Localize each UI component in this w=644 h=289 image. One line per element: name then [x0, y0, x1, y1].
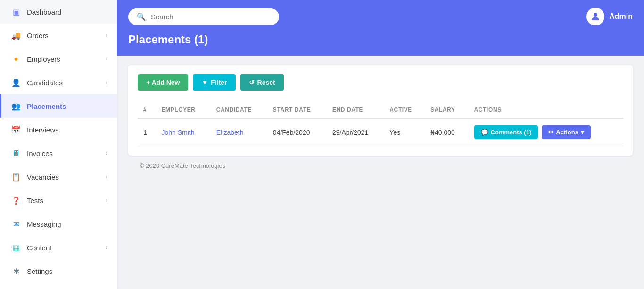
sidebar-label-candidates: Candidates	[27, 79, 63, 87]
scissors-icon: ✂	[548, 129, 553, 136]
chevron-right-icon: ›	[106, 79, 107, 86]
sidebar-label-interviews: Interviews	[27, 126, 59, 134]
col-header-salary: SALARY	[425, 102, 469, 118]
candidate-link[interactable]: Elizabeth	[216, 129, 244, 136]
sidebar-label-orders: Orders	[27, 32, 49, 40]
chevron-right-icon: ›	[106, 56, 107, 62]
sidebar-item-content[interactable]: ▦ Content ›	[0, 236, 117, 259]
orders-icon: 🚚	[11, 30, 21, 41]
col-header-#: #	[138, 102, 156, 118]
content-icon: ▦	[11, 242, 21, 253]
sidebar-item-vacancies[interactable]: 📋 Vacancies ›	[0, 165, 117, 189]
page-title-bar: Placements (1)	[117, 33, 644, 56]
reset-label: Reset	[257, 79, 275, 86]
active-cell: Yes	[384, 118, 425, 146]
comments-label: Comments (1)	[491, 129, 532, 136]
employer-cell: John Smith	[156, 118, 210, 146]
col-header-employer: EMPLOYER	[156, 102, 210, 118]
reset-icon: ↺	[249, 79, 255, 86]
action-buttons: 💬 Comments (1) ✂ Actions ▾	[474, 125, 618, 139]
salary-cell: ₦40,000	[425, 118, 469, 146]
col-header-start-date: START DATE	[267, 102, 327, 118]
table-header: #EMPLOYERCANDIDATESTART DATEEND DATEACTI…	[138, 102, 623, 118]
sidebar-item-interviews[interactable]: 📅 Interviews	[0, 118, 117, 141]
page-title: Placements (1)	[128, 33, 633, 46]
employers-icon: ●	[11, 54, 21, 64]
search-icon: 🔍	[137, 12, 146, 21]
col-header-actions: ACTIONS	[469, 102, 623, 118]
copyright-text: © 2020 CareMate Technologies	[140, 162, 225, 169]
actions-cell: 💬 Comments (1) ✂ Actions ▾	[469, 118, 623, 146]
comments-button[interactable]: 💬 Comments (1)	[474, 125, 538, 139]
chevron-down-icon: ▾	[581, 129, 584, 136]
sidebar-item-employers[interactable]: ● Employers ›	[0, 47, 117, 71]
settings-icon: ✱	[11, 266, 21, 276]
admin-avatar	[586, 8, 604, 25]
sidebar-label-employers: Employers	[27, 55, 60, 63]
sidebar-label-messaging: Messaging	[27, 220, 61, 228]
table-row: 1 John Smith Elizabeth 04/Feb/2020 29/Ap…	[138, 118, 623, 146]
sidebar-label-vacancies: Vacancies	[27, 173, 59, 181]
dashboard-icon: ▣	[11, 7, 21, 17]
chevron-right-icon: ›	[106, 150, 107, 157]
footer: © 2020 CareMate Technologies	[128, 156, 633, 176]
reset-button[interactable]: ↺ Reset	[240, 74, 284, 91]
chevron-right-icon: ›	[106, 197, 107, 204]
sidebar-item-orders[interactable]: 🚚 Orders ›	[0, 24, 117, 47]
row-num: 1	[138, 118, 156, 146]
filter-label: Filter	[211, 79, 227, 86]
sidebar-item-dashboard[interactable]: ▣ Dashboard	[0, 0, 117, 24]
col-header-end-date: END DATE	[327, 102, 384, 118]
messaging-icon: ✉	[11, 219, 21, 229]
start-date-cell: 04/Feb/2020	[267, 118, 327, 146]
search-box[interactable]: 🔍	[128, 8, 279, 25]
sidebar-label-content: Content	[27, 244, 52, 252]
sidebar-item-invoices[interactable]: 🖥 Invoices ›	[0, 141, 117, 165]
comment-icon: 💬	[481, 129, 488, 136]
placements-icon: 👥	[11, 101, 21, 111]
toolbar: + Add New ▼ Filter ↺ Reset	[138, 74, 623, 91]
sidebar-item-candidates[interactable]: 👤 Candidates ›	[0, 71, 117, 94]
sidebar-item-messaging[interactable]: ✉ Messaging	[0, 212, 117, 236]
sidebar-item-tests[interactable]: ❓ Tests ›	[0, 189, 117, 212]
header: 🔍 Admin	[117, 0, 644, 33]
tests-icon: ❓	[11, 195, 21, 206]
chevron-right-icon: ›	[106, 32, 107, 39]
actions-label: Actions	[556, 129, 578, 136]
sidebar-label-invoices: Invoices	[27, 149, 53, 157]
sidebar-item-settings[interactable]: ✱ Settings	[0, 259, 117, 283]
interviews-icon: 📅	[11, 124, 21, 135]
admin-name: Admin	[609, 12, 633, 21]
admin-area: Admin	[586, 8, 633, 25]
sidebar-item-placements[interactable]: 👥 Placements	[0, 94, 117, 118]
sidebar-label-tests: Tests	[27, 197, 43, 205]
main-card: + Add New ▼ Filter ↺ Reset #EMPLOYERCAND…	[128, 65, 633, 156]
sidebar-label-placements: Placements	[27, 102, 66, 110]
chevron-right-icon: ›	[106, 244, 107, 251]
table-body: 1 John Smith Elizabeth 04/Feb/2020 29/Ap…	[138, 118, 623, 146]
add-new-button[interactable]: + Add New	[138, 74, 188, 91]
chevron-right-icon: ›	[106, 173, 107, 180]
search-input[interactable]	[151, 13, 271, 21]
candidates-icon: 👤	[11, 77, 21, 88]
sidebar-label-dashboard: Dashboard	[27, 8, 61, 16]
col-header-candidate: CANDIDATE	[211, 102, 267, 118]
placements-table: #EMPLOYERCANDIDATESTART DATEEND DATEACTI…	[138, 102, 623, 146]
filter-icon: ▼	[201, 79, 208, 86]
candidate-cell: Elizabeth	[211, 118, 267, 146]
vacancies-icon: 📋	[11, 172, 21, 182]
employer-link[interactable]: John Smith	[161, 129, 194, 136]
content-area: + Add New ▼ Filter ↺ Reset #EMPLOYERCAND…	[117, 56, 644, 289]
svg-point-0	[594, 13, 597, 17]
col-header-active: ACTIVE	[384, 102, 425, 118]
main-content: 🔍 Admin Placements (1) + Add New ▼ Filte…	[117, 0, 644, 289]
sidebar-label-settings: Settings	[27, 267, 52, 275]
invoices-icon: 🖥	[11, 148, 21, 158]
filter-button[interactable]: ▼ Filter	[193, 74, 235, 91]
sidebar: ▣ Dashboard 🚚 Orders › ● Employers › 👤 C…	[0, 0, 117, 289]
actions-dropdown-button[interactable]: ✂ Actions ▾	[542, 125, 591, 139]
end-date-cell: 29/Apr/2021	[327, 118, 384, 146]
